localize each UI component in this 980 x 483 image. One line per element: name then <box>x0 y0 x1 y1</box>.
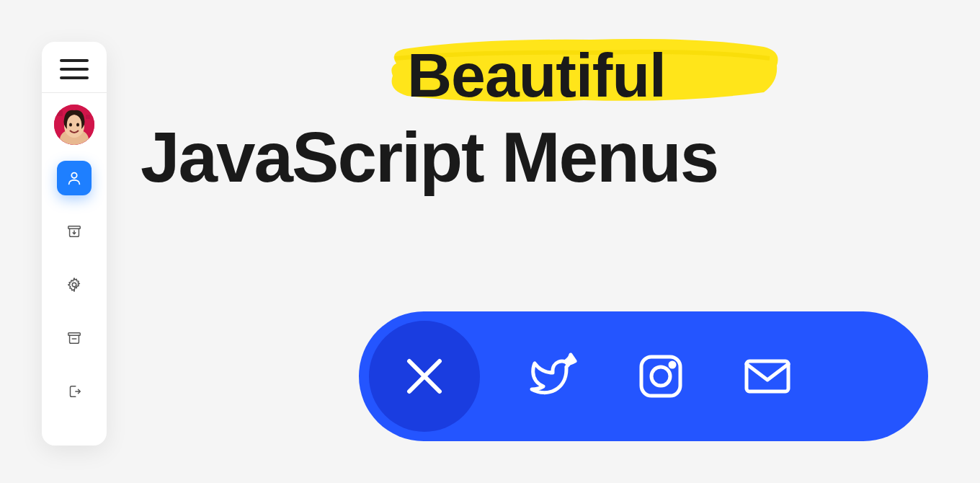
sidebar-archive-button[interactable] <box>57 214 92 249</box>
svg-point-5 <box>69 123 72 127</box>
sidebar-logout-button[interactable] <box>57 374 92 409</box>
svg-point-15 <box>651 367 670 386</box>
archive-icon <box>66 330 82 346</box>
social-close-button[interactable] <box>369 321 480 432</box>
svg-point-6 <box>76 123 79 127</box>
sidebar-archive2-button[interactable] <box>57 321 92 355</box>
title-highlight: Beautiful <box>407 40 666 110</box>
user-icon <box>66 170 82 186</box>
svg-rect-1 <box>57 110 63 116</box>
mail-icon <box>739 348 796 404</box>
highlight-wrap: Beautiful <box>407 40 666 111</box>
logout-icon <box>66 384 82 399</box>
social-twitter-button[interactable] <box>522 344 587 409</box>
close-icon <box>404 355 445 397</box>
social-menu <box>359 311 928 441</box>
divider <box>42 92 107 93</box>
sidebar-settings-button[interactable] <box>57 267 92 302</box>
page-title: Beautiful JavaScript Menus <box>141 40 948 198</box>
svg-point-7 <box>71 173 76 178</box>
avatar[interactable] <box>54 105 94 145</box>
archive-icon <box>66 223 82 239</box>
svg-rect-2 <box>86 115 90 119</box>
svg-point-16 <box>670 363 674 367</box>
social-instagram-button[interactable] <box>628 344 693 409</box>
sidebar-user-button[interactable] <box>57 161 92 195</box>
title-main: JavaScript Menus <box>141 117 948 198</box>
svg-rect-10 <box>68 333 81 336</box>
svg-rect-8 <box>68 226 81 229</box>
svg-rect-17 <box>747 361 788 391</box>
instagram-icon <box>633 348 689 404</box>
svg-point-9 <box>72 283 76 287</box>
settings-icon <box>66 277 82 293</box>
social-mail-button[interactable] <box>735 344 800 409</box>
sidebar <box>42 42 107 446</box>
hamburger-icon[interactable] <box>60 59 89 79</box>
twitter-icon <box>526 348 582 404</box>
